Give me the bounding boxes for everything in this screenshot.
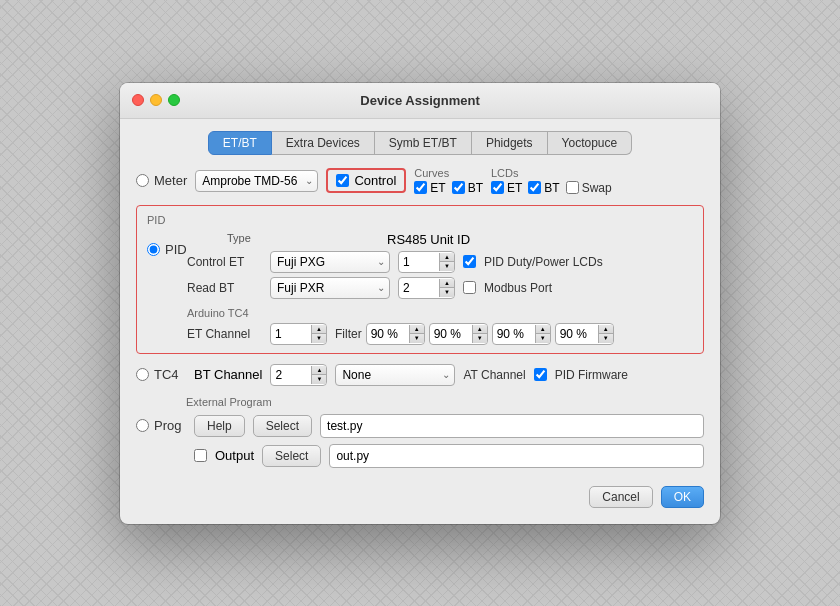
pid-control-et-id-field[interactable]: 1 [399,252,439,272]
pid-duty-checkbox[interactable] [463,255,476,268]
pid-duty-label: PID Duty/Power LCDs [484,255,603,269]
cancel-button[interactable]: Cancel [589,486,652,508]
select-output-button[interactable]: Select [262,445,321,467]
bt-channel-decrement[interactable]: ▼ [312,375,326,384]
meter-radio-label[interactable]: Meter [136,173,187,188]
program-file-field[interactable]: test.py [320,414,704,438]
filter-3-decrement[interactable]: ▼ [536,334,550,343]
bt-channel-field[interactable]: 2 [271,365,311,385]
et-channel-decrement[interactable]: ▼ [312,334,326,343]
control-label: Control [354,173,396,188]
lcds-bt-item: BT [528,181,559,195]
maximize-button[interactable] [168,94,180,106]
lcds-bt-label: BT [544,181,559,195]
none-select[interactable]: None [335,364,455,386]
et-channel-stepper: ▲ ▼ [311,325,326,343]
bt-channel-increment[interactable]: ▲ [312,366,326,375]
pid-control-et-decrement[interactable]: ▼ [440,262,454,271]
filter-2-field[interactable] [430,324,472,344]
lcds-swap-label: Swap [582,181,612,195]
lcds-et-checkbox[interactable] [491,181,504,194]
filter-1-field[interactable] [367,324,409,344]
at-channel-label: AT Channel [463,368,525,382]
prog-radio-label[interactable]: Prog [136,418,186,433]
lcds-et-label: ET [507,181,522,195]
filter-4-stepper: ▲ ▼ [598,325,613,343]
pid-firmware-label: PID Firmware [555,368,628,382]
meter-device-select[interactable]: Amprobe TMD-56 [195,170,318,192]
main-window: Device Assignment ET/BT Extra Devices Sy… [120,83,720,524]
pid-read-bt-increment[interactable]: ▲ [440,279,454,288]
et-channel-increment[interactable]: ▲ [312,325,326,334]
tab-extra-devices[interactable]: Extra Devices [272,131,375,155]
curves-bt-checkbox[interactable] [452,181,465,194]
external-program-section: External Program Prog Help Select test.p… [136,396,704,468]
curves-label: Curves [414,167,449,179]
filter-4-field[interactable] [556,324,598,344]
pid-control-et-row: Control ET Fuji PXG 1 ▲ ▼ PID Dut [187,251,693,273]
pid-read-bt-id-field[interactable]: 2 [399,278,439,298]
tab-symb-etbt[interactable]: Symb ET/BT [375,131,472,155]
lcds-bt-checkbox[interactable] [528,181,541,194]
control-checkbox[interactable] [336,174,349,187]
filter-3-increment[interactable]: ▲ [536,325,550,334]
filter-4-input[interactable]: ▲ ▼ [555,323,614,345]
ok-button[interactable]: OK [661,486,704,508]
select-program-button[interactable]: Select [253,415,312,437]
tab-yoctopuce[interactable]: Yoctopuce [548,131,633,155]
pid-radio-label[interactable]: PID [147,242,187,257]
filter-label: Filter [335,327,362,341]
filter-1-increment[interactable]: ▲ [410,325,424,334]
pid-firmware-checkbox[interactable] [534,368,547,381]
et-channel-label: ET Channel [187,327,262,341]
close-button[interactable] [132,94,144,106]
meter-radio[interactable] [136,174,149,187]
external-program-label: External Program [186,396,704,408]
tab-phidgets[interactable]: Phidgets [472,131,548,155]
pid-rs485-header: RS485 Unit ID [387,232,470,247]
minimize-button[interactable] [150,94,162,106]
lcds-swap-item: Swap [566,181,612,195]
et-channel-input[interactable]: 1 ▲ ▼ [270,323,327,345]
pid-section: PID PID Type RS485 Unit ID [136,205,704,354]
filter-3-input[interactable]: ▲ ▼ [492,323,551,345]
tab-etbt[interactable]: ET/BT [208,131,272,155]
filter-1-input[interactable]: ▲ ▼ [366,323,425,345]
filter-4-decrement[interactable]: ▼ [599,334,613,343]
pid-control-et-id-input[interactable]: 1 ▲ ▼ [398,251,455,273]
pid-section-label: PID [147,214,693,226]
tc4-radio-label[interactable]: TC4 [136,367,186,382]
pid-read-bt-label: Read BT [187,281,262,295]
help-button[interactable]: Help [194,415,245,437]
tc4-radio[interactable] [136,368,149,381]
pid-radio[interactable] [147,243,160,256]
content-area: ET/BT Extra Devices Symb ET/BT Phidgets … [120,119,720,524]
prog-radio[interactable] [136,419,149,432]
arduino-label: Arduino TC4 [187,307,693,319]
tc4-row-outer: TC4 BT Channel 2 ▲ ▼ None AT Channel PID… [136,364,704,386]
filter-2-input[interactable]: ▲ ▼ [429,323,488,345]
curves-et-checkbox[interactable] [414,181,427,194]
output-file-field[interactable]: out.py [329,444,704,468]
pid-radio-col: PID [147,232,187,257]
filter-2-decrement[interactable]: ▼ [473,334,487,343]
curves-bt-label: BT [468,181,483,195]
output-checkbox[interactable] [194,449,207,462]
pid-control-et-increment[interactable]: ▲ [440,253,454,262]
pid-read-bt-decrement[interactable]: ▼ [440,288,454,297]
filter-1-decrement[interactable]: ▼ [410,334,424,343]
filter-4-increment[interactable]: ▲ [599,325,613,334]
bt-channel-input[interactable]: 2 ▲ ▼ [270,364,327,386]
lcds-swap-checkbox[interactable] [566,181,579,194]
meter-row: Meter Amprobe TMD-56 Control Curves ET [136,167,704,195]
pid-control-et-type-select[interactable]: Fuji PXG [270,251,390,273]
pid-read-bt-id-input[interactable]: 2 ▲ ▼ [398,277,455,299]
filter-2-stepper: ▲ ▼ [472,325,487,343]
pid-read-bt-type-select[interactable]: Fuji PXR [270,277,390,299]
filter-3-field[interactable] [493,324,535,344]
tab-bar: ET/BT Extra Devices Symb ET/BT Phidgets … [136,131,704,155]
filter-2-increment[interactable]: ▲ [473,325,487,334]
modbus-port-checkbox[interactable] [463,281,476,294]
lcds-checkboxes: ET BT Swap [491,181,612,195]
et-channel-field[interactable]: 1 [271,324,311,344]
